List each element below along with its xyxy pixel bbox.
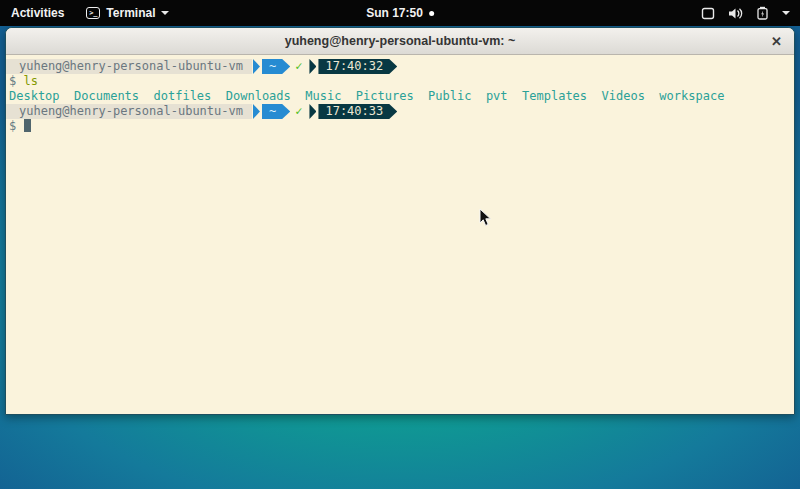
ls-directory: Documents bbox=[74, 89, 139, 103]
ls-directory: Videos bbox=[602, 89, 645, 103]
terminal-icon-glyph: >_ bbox=[89, 10, 97, 17]
terminal-content[interactable]: yuheng@henry-personal-ubuntu-vm ~ ✓ 17:4… bbox=[6, 55, 794, 415]
ls-directory: Templates bbox=[522, 89, 587, 103]
close-button[interactable]: ✕ bbox=[771, 28, 782, 55]
ls-directory: Desktop bbox=[9, 89, 60, 103]
prompt-cwd: ~ bbox=[262, 104, 290, 119]
window-titlebar[interactable]: yuheng@henry-personal-ubuntu-vm: ~ ✕ bbox=[6, 28, 794, 55]
app-menu-label: Terminal bbox=[106, 6, 155, 20]
terminal-cursor bbox=[24, 119, 31, 132]
command-line-1: $ ls bbox=[9, 74, 791, 89]
top-bar: Activities >_ Terminal Sun 17:50 bbox=[0, 0, 800, 26]
app-menu-terminal[interactable]: >_ Terminal bbox=[75, 0, 180, 26]
prompt-cwd: ~ bbox=[262, 59, 290, 74]
system-status-area[interactable] bbox=[691, 0, 800, 26]
powerline-wedge-icon bbox=[309, 59, 316, 74]
ls-directory: Music bbox=[305, 89, 341, 103]
ls-directory: Pictures bbox=[356, 89, 414, 103]
prompt-symbol: $ bbox=[9, 119, 16, 133]
powerline-wedge-icon bbox=[309, 104, 316, 119]
prompt-timestamp: 17:40:33 bbox=[318, 104, 397, 119]
command-text: ls bbox=[23, 74, 37, 88]
ls-directory: dotfiles bbox=[154, 89, 212, 103]
terminal-icon: >_ bbox=[86, 7, 100, 19]
ls-directory: Public bbox=[428, 89, 471, 103]
mouse-cursor-icon bbox=[479, 208, 492, 227]
prompt-timestamp: 17:40:32 bbox=[318, 59, 397, 74]
screen-icon bbox=[701, 7, 715, 20]
prompt-user-host: yuheng@henry-personal-ubuntu-vm bbox=[6, 59, 252, 74]
prompt-line-1: yuheng@henry-personal-ubuntu-vm ~ ✓ 17:4… bbox=[9, 59, 791, 74]
prompt-line-2: yuheng@henry-personal-ubuntu-vm ~ ✓ 17:4… bbox=[9, 104, 791, 119]
command-line-2: $ bbox=[9, 119, 791, 134]
ls-output: Desktop Documents dotfiles Downloads Mus… bbox=[9, 89, 791, 104]
window-title: yuheng@henry-personal-ubuntu-vm: ~ bbox=[285, 34, 516, 48]
chevron-down-icon bbox=[161, 11, 169, 15]
prompt-symbol: $ bbox=[9, 74, 16, 88]
prompt-user-host: yuheng@henry-personal-ubuntu-vm bbox=[6, 104, 252, 119]
status-check-icon: ✓ bbox=[290, 59, 308, 74]
powerline-wedge-icon bbox=[253, 59, 260, 74]
volume-icon bbox=[728, 7, 743, 20]
ls-directory: pvt bbox=[486, 89, 508, 103]
ls-directory: Downloads bbox=[226, 89, 291, 103]
powerline-wedge-icon bbox=[253, 104, 260, 119]
terminal-window: yuheng@henry-personal-ubuntu-vm: ~ ✕ yuh… bbox=[5, 27, 795, 415]
chevron-down-icon bbox=[782, 11, 790, 15]
clock-button[interactable]: Sun 17:50 bbox=[366, 0, 434, 26]
status-check-icon: ✓ bbox=[290, 104, 308, 119]
clock-label: Sun 17:50 bbox=[366, 6, 423, 20]
notification-dot-icon bbox=[429, 11, 434, 16]
battery-charging-icon bbox=[756, 6, 769, 20]
activities-button[interactable]: Activities bbox=[0, 0, 75, 26]
ls-directory: workspace bbox=[659, 89, 724, 103]
